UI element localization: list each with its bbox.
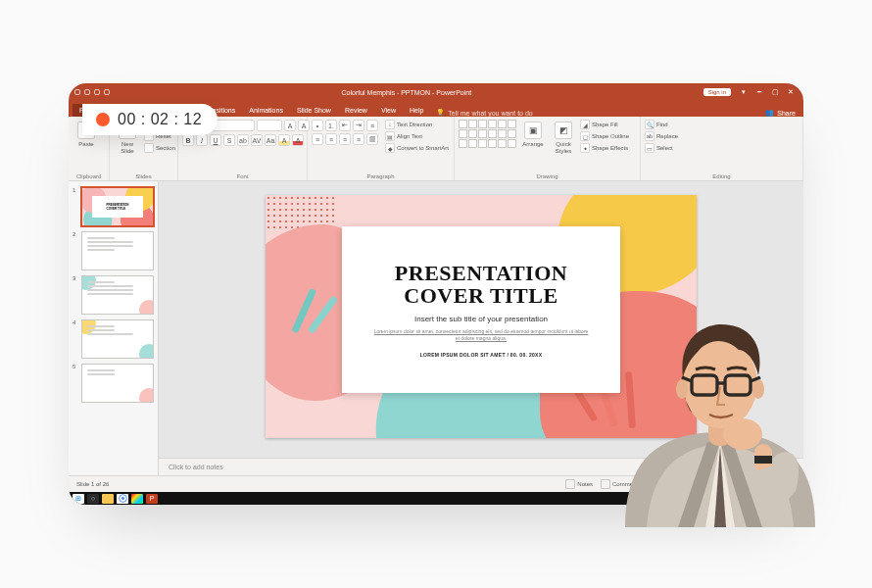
tab-view[interactable]: View [374, 104, 403, 117]
select-icon: ▭ [645, 143, 654, 153]
section-button[interactable]: Section [144, 143, 175, 153]
tell-me-search[interactable]: 💡 Tell me what you want to do [436, 109, 532, 117]
underline-button[interactable]: U [210, 134, 221, 146]
slide-footer[interactable]: LOREM IPSUM DOLOR SIT AMET / 00. 00. 20X… [420, 352, 543, 358]
line-spacing-button[interactable]: ≡ [366, 120, 378, 131]
paste-label: Paste [78, 141, 93, 148]
spacing-button[interactable]: AV [251, 134, 263, 146]
taskbar-app-icon[interactable] [131, 494, 143, 504]
recording-time: 00 : 02 : 12 [118, 111, 202, 128]
new-slide-label: New Slide [121, 141, 133, 154]
numbering-button[interactable]: 1. [325, 120, 337, 131]
arrange-button[interactable]: ▣ Arrange [519, 120, 547, 150]
find-button[interactable]: 🔍Find [645, 120, 678, 129]
indent-decrease-button[interactable]: ⇤ [339, 120, 351, 131]
share-icon: 👥 [765, 109, 774, 117]
replace-button[interactable]: abReplace [645, 131, 678, 141]
slide-title[interactable]: PRESENTATION COVER TITLE [395, 262, 567, 307]
close-icon[interactable]: ✕ [784, 88, 798, 96]
align-text-icon: ▤ [385, 131, 395, 141]
shape-outline-button[interactable]: ◻Shape Outline [580, 131, 629, 141]
quick-styles-icon: ◩ [555, 122, 572, 139]
thumb-3[interactable]: 3 [73, 275, 154, 315]
share-button[interactable]: 👥 Share [765, 109, 796, 117]
text-direction-button[interactable]: ↕Text Direction [385, 120, 449, 129]
minimize-icon[interactable]: ━ [752, 88, 766, 96]
taskbar-explorer-icon[interactable] [102, 494, 114, 504]
section-icon [144, 143, 154, 153]
align-text-button[interactable]: ▤Align Text [385, 131, 449, 141]
italic-button[interactable]: I [196, 134, 208, 146]
svg-rect-9 [735, 422, 745, 442]
taskbar-powerpoint-icon[interactable]: P [146, 494, 158, 504]
smartart-icon: ◆ [385, 143, 395, 153]
text-direction-icon: ↕ [385, 120, 395, 129]
title-bar: Colorful Memphis - PPTMON - PowerPoint S… [69, 83, 803, 101]
comments-icon [601, 479, 610, 489]
svg-point-1 [121, 497, 124, 500]
notes-icon [565, 479, 575, 489]
svg-rect-11 [754, 456, 772, 464]
sign-in-button[interactable]: Sign in [703, 88, 731, 96]
slide-counter: Slide 1 of 26 [76, 481, 109, 487]
shapes-gallery[interactable] [459, 120, 516, 148]
slide-body[interactable]: Lorem ipsum dolor sit amet, consectetur … [373, 328, 589, 342]
thumbnail-panel[interactable]: 1 PRESENTATION COVER TITLE 2 3 [69, 181, 159, 475]
shape-effects-button[interactable]: ✦Shape Effects [580, 143, 629, 153]
bullets-button[interactable]: • [312, 120, 323, 131]
strike-button[interactable]: S [223, 134, 235, 146]
shape-fill-button[interactable]: ◢Shape Fill [580, 120, 629, 129]
qat-save-icon[interactable] [74, 89, 80, 95]
thumb-4[interactable]: 4 [73, 319, 154, 359]
highlight-button[interactable]: A [278, 134, 290, 146]
start-button[interactable]: ⊞ [73, 494, 84, 504]
select-button[interactable]: ▭Select [645, 143, 678, 153]
title-card[interactable]: PRESENTATION COVER TITLE Insert the sub … [342, 226, 620, 393]
notes-button[interactable]: Notes [565, 479, 593, 489]
share-label: Share [777, 110, 796, 117]
tab-review[interactable]: Review [338, 104, 374, 117]
taskbar-chrome-icon[interactable] [117, 494, 128, 504]
notes-placeholder: Click to add notes [169, 464, 223, 470]
thumb-5[interactable]: 5 [73, 364, 154, 403]
effects-icon: ✦ [580, 143, 590, 153]
font-size-select[interactable] [257, 120, 282, 131]
outline-icon: ◻ [580, 131, 590, 141]
maximize-icon[interactable]: ▢ [768, 88, 782, 96]
font-color-button[interactable]: A [292, 134, 304, 146]
recording-timer[interactable]: 00 : 02 : 12 [82, 104, 218, 135]
thumb-2[interactable]: 2 [73, 231, 154, 270]
quick-styles-button[interactable]: ◩ Quick Styles [550, 120, 577, 156]
bold-button[interactable]: B [182, 134, 194, 146]
tab-help[interactable]: Help [403, 104, 430, 117]
shadow-button[interactable]: ab [237, 134, 249, 146]
tell-me-label: Tell me what you want to do [448, 110, 532, 117]
tab-animations[interactable]: Animations [242, 104, 290, 117]
group-editing: 🔍Find abReplace ▭Select Editing [641, 117, 803, 180]
align-right-button[interactable]: ≡ [339, 133, 351, 145]
qat-undo-icon[interactable] [84, 89, 90, 95]
qat-redo-icon[interactable] [94, 89, 100, 95]
slide-subtitle[interactable]: Insert the sub title of your presentatio… [414, 315, 548, 323]
case-button[interactable]: Aa [265, 134, 276, 146]
indent-increase-button[interactable]: ⇥ [353, 120, 364, 131]
increase-size-button[interactable]: A [284, 120, 296, 131]
group-drawing: ▣ Arrange ◩ Quick Styles ◢Shape Fill ◻Sh… [455, 117, 641, 180]
presenter-webcam-overlay [617, 307, 823, 527]
group-label-slides: Slides [114, 172, 173, 179]
lightbulb-icon: 💡 [436, 109, 445, 117]
arrange-icon: ▣ [524, 122, 542, 139]
justify-button[interactable]: ≡ [353, 133, 364, 145]
ribbon-opts-icon[interactable]: ▾ [737, 88, 751, 96]
thumb-1[interactable]: 1 PRESENTATION COVER TITLE [73, 187, 154, 226]
align-center-button[interactable]: ≡ [325, 133, 337, 145]
svg-point-5 [752, 379, 764, 399]
align-left-button[interactable]: ≡ [312, 133, 323, 145]
taskbar-search-icon[interactable]: ○ [87, 494, 99, 504]
replace-icon: ab [645, 131, 654, 141]
group-label-clipboard: Clipboard [73, 172, 105, 179]
smartart-button[interactable]: ◆Convert to SmartArt [385, 143, 449, 153]
tab-slideshow[interactable]: Slide Show [290, 104, 338, 117]
group-label-paragraph: Paragraph [312, 172, 450, 179]
columns-button[interactable]: ▥ [366, 133, 378, 145]
